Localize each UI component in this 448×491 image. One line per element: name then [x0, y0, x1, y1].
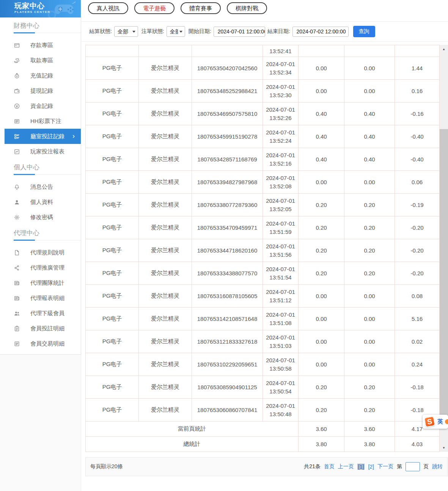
cell-time: 2024-07-01 13:50:58 [263, 353, 299, 376]
cell-time-line: 13:51:08 [263, 319, 298, 327]
first-page-link[interactable]: 首页 [324, 463, 335, 470]
ime-toolbar[interactable]: S 英 [423, 415, 448, 429]
sidebar-item-withdraw-zone[interactable]: 取款專區 › [0, 53, 81, 68]
sidebar-item-label: 提現記錄 [30, 87, 53, 95]
document-icon [14, 249, 20, 256]
sidebar-item-deposit-zone[interactable]: 存款專區 › [0, 38, 81, 53]
cell-date-line: 2024-07-01 [263, 219, 298, 228]
sidebar-item-agent-rules[interactable]: 代理規則說明 › [0, 245, 81, 260]
end-date-input[interactable] [292, 27, 349, 37]
sidebar-item-recharge-records[interactable]: 充值記錄 › [0, 68, 81, 83]
cell-order-no: 1807653504207042560 [192, 57, 263, 80]
scrollbar-thumb[interactable] [440, 129, 448, 418]
sidebar-section-items: 消息公告 › 個人資料 › 修改密碼 › [0, 179, 81, 225]
next-page-link[interactable]: 下一页 [377, 463, 393, 470]
table-row: PG电子 爱尔兰精灵 1807653380772879360 2024-07-0… [86, 194, 440, 216]
end-date-label: 結束日期: [267, 28, 290, 35]
cell-time-line: 13:51:56 [263, 251, 298, 259]
cell-bet: 0.40 [299, 103, 344, 125]
sidebar-item-member-bet-detail[interactable]: 會員投註明細 › [0, 321, 81, 336]
cell-order-no: 1807653344718620160 [192, 239, 263, 262]
sidebar-item-funds-records[interactable]: 資金記錄 › [0, 98, 81, 114]
cell-bet: 0.00 [299, 308, 344, 330]
sidebar-item-announcements[interactable]: 消息公告 › [0, 179, 81, 194]
cell-profit: 1.44 [395, 57, 440, 80]
table-row: PG电子 爱尔兰精灵 1807653160878105605 2024-07-0… [86, 285, 440, 308]
cell-game: 爱尔兰精灵 [139, 308, 192, 330]
cell-time-line: 13:51:03 [263, 342, 298, 350]
table-row: PG电子 爱尔兰精灵 1807653354709459971 2024-07-0… [86, 216, 440, 239]
sidebar-nav: 財務中心 存款專區 › 取款專區 › [0, 21, 81, 351]
totals-bet: 3.80 [299, 437, 344, 452]
scroll-down-icon[interactable]: ▼ [440, 445, 448, 451]
pagination-page-2[interactable]: [2] [368, 464, 374, 470]
sidebar-section-items: 存款專區 › 取款專區 › 充值記錄 › [0, 38, 81, 159]
goto-jump-link[interactable]: 跳转 [432, 463, 443, 470]
sidebar-item-label: 取款專區 [30, 57, 53, 64]
settle-status-select[interactable]: 全部 [114, 26, 138, 37]
sidebar-item-agent-sub-members[interactable]: 代理下級會員 › [0, 306, 81, 321]
cell-date-line: 2024-07-01 [263, 356, 298, 365]
cell-valid-bet: 0.00 [344, 330, 395, 353]
pagination-page-1[interactable]: [1] [357, 464, 365, 470]
tab-live-casino[interactable]: 真人視訊 [88, 2, 128, 14]
ime-language-indicator[interactable]: 英 [437, 418, 443, 425]
settle-status-label: 結算狀態: [89, 28, 112, 35]
cell-time-line: 13:51:54 [263, 273, 298, 282]
sidebar-item-label: 充值記錄 [30, 72, 53, 79]
sidebar-item-agent-report-detail[interactable]: 代理報表明細 › [0, 290, 81, 306]
cell-bet: 0.20 [299, 376, 344, 399]
sidebar-item-agent-promotion[interactable]: 代理推廣管理 › [0, 260, 81, 275]
cell-time-line: 13:50:48 [263, 410, 298, 418]
sidebar-item-withdraw-records[interactable]: 提現記錄 › [0, 83, 81, 98]
sidebar: 玩家中心 PLAYERS CENTER 財務中心 存款專 [0, 0, 81, 355]
cell-profit: -0.16 [395, 103, 440, 125]
tab-sports-events[interactable]: 體育賽事 [181, 2, 221, 14]
cell-time-line: 13:52:16 [263, 159, 298, 168]
cell-valid-bet: 0.20 [344, 376, 395, 399]
tab-electronic-games[interactable]: 電子遊藝 [134, 2, 174, 14]
prev-page-link[interactable]: 上一页 [338, 463, 354, 470]
order-status-select-wrap: 全部 [167, 26, 185, 37]
cell-time-line: 13:50:54 [263, 387, 298, 396]
tab-board-card-games[interactable]: 棋牌對戰 [227, 2, 267, 14]
pagination: 共21条 首页 上一页 [1] [2] 下一页 第 页 跳转 [304, 462, 443, 471]
sidebar-section: 代理中心 代理規則說明 › 代理推廣管理 › [0, 229, 81, 351]
cell-time: 2024-07-01 13:51:59 [263, 216, 299, 239]
table-scrollbar[interactable]: ▲ ▼ [440, 45, 448, 452]
sidebar-item-label: 玩家投注報表 [30, 148, 64, 155]
sidebar-item-hh-lottery-bets[interactable]: HH彩票下注 › [0, 114, 81, 129]
cell-date-line: 2024-07-01 [263, 288, 298, 296]
table-row: PG电子 爱尔兰精灵 1807653142108571648 2024-07-0… [86, 308, 440, 330]
cell-provider: PG电子 [86, 399, 139, 422]
goto-page-input[interactable] [406, 462, 420, 471]
cell-bet: 0.20 [299, 399, 344, 422]
cell-provider: PG电子 [86, 376, 139, 399]
cell-time-line: 13:52:08 [263, 182, 298, 191]
goto-suffix-label: 页 [423, 463, 429, 470]
sidebar-item-change-password[interactable]: 修改密碼 › [0, 210, 81, 225]
sidebar-item-player-bet-report[interactable]: 玩家投注報表 › [0, 144, 81, 159]
bet-records-table-area: 13:52:41 PG电子 爱尔兰精灵 1807653504207042560 … [85, 45, 448, 452]
table-row: PG电子 爱尔兰精灵 1807653121833327618 2024-07-0… [86, 330, 440, 353]
sidebar-item-agent-team-stats[interactable]: 代理團隊統計 › [0, 275, 81, 290]
sidebar-item-member-transaction-detail[interactable]: 會員交易明細 › [0, 336, 81, 351]
cell-time: 2024-07-01 13:51:12 [263, 285, 299, 308]
gamepad-icon [53, 1, 79, 17]
cell-date-line: 2024-07-01 [263, 83, 298, 91]
cell-time: 2024-07-01 13:51:54 [263, 262, 299, 285]
cell-date-line: 2024-07-01 [263, 379, 298, 387]
players-center-page: { "sidebar": { "title": "玩家中心", "subtitl… [0, 0, 448, 491]
cell-bet: 0.20 [299, 262, 344, 285]
search-button[interactable]: 查詢 [353, 26, 375, 37]
sidebar-item-label: HH彩票下注 [30, 118, 61, 125]
sidebar-item-profile[interactable]: 個人資料 › [0, 194, 81, 210]
cell-profit: -0.40 [395, 148, 440, 171]
sidebar-item-room-bet-records[interactable]: 廳室投註記錄 › [5, 129, 81, 144]
order-status-select[interactable]: 全部 [167, 26, 185, 37]
cell-bet: 0.00 [299, 80, 344, 103]
cell-order-no: 1807653334388077570 [192, 262, 263, 285]
start-date-input[interactable] [214, 27, 265, 37]
cell-profit: -0.40 [395, 125, 440, 148]
scroll-up-icon[interactable]: ▲ [440, 46, 448, 52]
